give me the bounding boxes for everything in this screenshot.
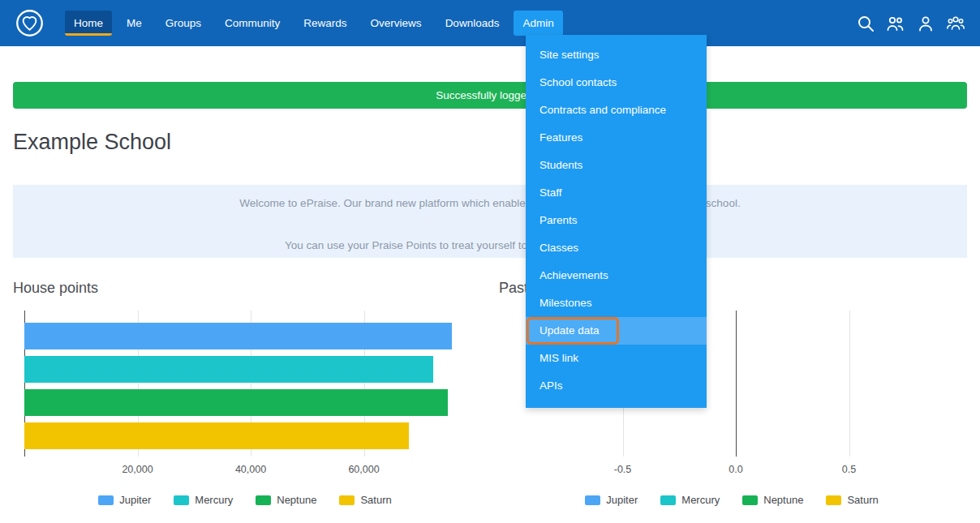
menu-item-label: MIS link [539, 352, 578, 364]
chart-x-axis: 20,00040,00060,000 [13, 457, 477, 481]
menu-item-classes[interactable]: Classes [526, 234, 707, 262]
menu-item-label: Achievements [539, 269, 608, 281]
legend-label: Saturn [360, 494, 391, 506]
legend-swatch [826, 495, 841, 505]
navbar-icons [856, 14, 965, 33]
nav-item-downloads[interactable]: Downloads [436, 11, 509, 36]
bar-neptune [24, 389, 448, 416]
charts-row: House points 20,00040,00060,000 JupiterM… [13, 280, 980, 506]
nav-item-overviews[interactable]: Overviews [362, 11, 431, 36]
menu-item-apis[interactable]: APIs [526, 372, 707, 400]
contacts-icon[interactable] [886, 14, 905, 33]
legend-label: Jupiter [119, 494, 151, 506]
menu-item-parents[interactable]: Parents [526, 207, 707, 234]
bar-saturn [24, 422, 409, 449]
nav-item-me[interactable]: Me [118, 11, 151, 36]
legend-item-neptune: Neptune [742, 494, 803, 506]
nav-item-home[interactable]: Home [65, 11, 112, 36]
bar-mercury [24, 356, 433, 383]
page-title: Example School [13, 130, 980, 154]
menu-item-site-settings[interactable]: Site settings [526, 41, 707, 69]
menu-item-students[interactable]: Students [526, 152, 707, 179]
welcome-panel: Welcome to ePraise. Our brand new platfo… [13, 185, 967, 258]
search-icon[interactable] [856, 14, 875, 33]
legend-item-saturn: Saturn [339, 494, 391, 506]
menu-item-features[interactable]: Features [526, 124, 707, 152]
legend-swatch [742, 495, 758, 505]
admin-dropdown-menu: Site settingsSchool contactsContracts an… [526, 35, 707, 408]
menu-item-label: Parents [539, 214, 578, 226]
menu-item-staff[interactable]: Staff [526, 179, 707, 207]
legend-label: Mercury [681, 494, 720, 506]
legend-item-jupiter: Jupiter [98, 494, 151, 506]
nav-item-groups[interactable]: Groups [157, 11, 210, 36]
x-tick-label: 0.0 [729, 464, 742, 475]
chart-legend: JupiterMercuryNeptuneSaturn [496, 494, 967, 506]
legend-item-neptune: Neptune [256, 494, 316, 506]
menu-item-label: Contracts and compliance [539, 104, 666, 116]
menu-item-label: School contacts [539, 76, 617, 88]
legend-swatch [98, 495, 114, 505]
menu-item-mis-link[interactable]: MIS link [526, 345, 707, 372]
menu-item-label: Students [539, 159, 582, 171]
legend-label: Mercury [195, 494, 233, 506]
menu-item-update-data[interactable]: Update data [526, 317, 707, 345]
welcome-line-1: Welcome to ePraise. Our brand new platfo… [13, 196, 967, 210]
success-banner: Successfully logged in [13, 82, 967, 109]
menu-item-achievements[interactable]: Achievements [526, 262, 707, 289]
gridline [849, 311, 850, 457]
x-tick-label: 0.5 [842, 464, 856, 475]
chart-x-axis: -0.50.00.5 [496, 457, 967, 481]
epraise-logo[interactable] [15, 8, 45, 38]
nav-item-admin[interactable]: Admin [514, 11, 562, 36]
welcome-line-2: You can use your Praise Points to treat … [13, 238, 967, 252]
legend-item-mercury: Mercury [660, 494, 720, 506]
chart-legend: JupiterMercuryNeptuneSaturn [13, 494, 477, 506]
main-nav: HomeMeGroupsCommunityRewardsOverviewsDow… [65, 11, 563, 36]
top-navbar: HomeMeGroupsCommunityRewardsOverviewsDow… [0, 0, 980, 46]
legend-swatch [660, 495, 676, 505]
chart-title: House points [13, 280, 477, 297]
nav-item-rewards[interactable]: Rewards [294, 11, 355, 36]
legend-item-jupiter: Jupiter [585, 494, 638, 506]
x-tick-label: 20,000 [122, 464, 153, 475]
legend-item-mercury: Mercury [174, 494, 233, 506]
legend-swatch [256, 495, 271, 505]
legend-label: Neptune [763, 494, 803, 506]
menu-item-label: Classes [539, 242, 578, 254]
menu-item-contracts-and-compliance[interactable]: Contracts and compliance [526, 96, 707, 124]
x-tick-label: 60,000 [348, 464, 379, 475]
menu-item-label: Site settings [539, 49, 600, 61]
axis-line [736, 311, 737, 457]
legend-label: Saturn [847, 494, 878, 506]
menu-item-label: APIs [539, 379, 563, 392]
chart-plot [13, 311, 477, 457]
legend-swatch [174, 495, 189, 505]
legend-swatch [585, 495, 600, 505]
menu-item-milestones[interactable]: Milestones [526, 289, 707, 317]
menu-item-label: Staff [539, 186, 562, 199]
menu-item-label: Features [539, 131, 582, 144]
x-tick-label: 40,000 [235, 464, 266, 475]
house-points-chart: House points 20,00040,00060,000 JupiterM… [13, 280, 477, 506]
legend-swatch [339, 495, 355, 505]
menu-item-school-contacts[interactable]: School contacts [526, 69, 707, 96]
community-icon[interactable] [946, 14, 965, 33]
legend-label: Neptune [277, 494, 316, 506]
menu-item-label: Update data [539, 324, 600, 337]
menu-item-label: Milestones [539, 297, 592, 309]
legend-item-saturn: Saturn [826, 494, 878, 506]
bar-jupiter [24, 323, 452, 349]
profile-icon[interactable] [916, 14, 935, 33]
nav-item-community[interactable]: Community [216, 11, 289, 36]
legend-label: Jupiter [606, 494, 638, 506]
x-tick-label: -0.5 [614, 464, 632, 475]
